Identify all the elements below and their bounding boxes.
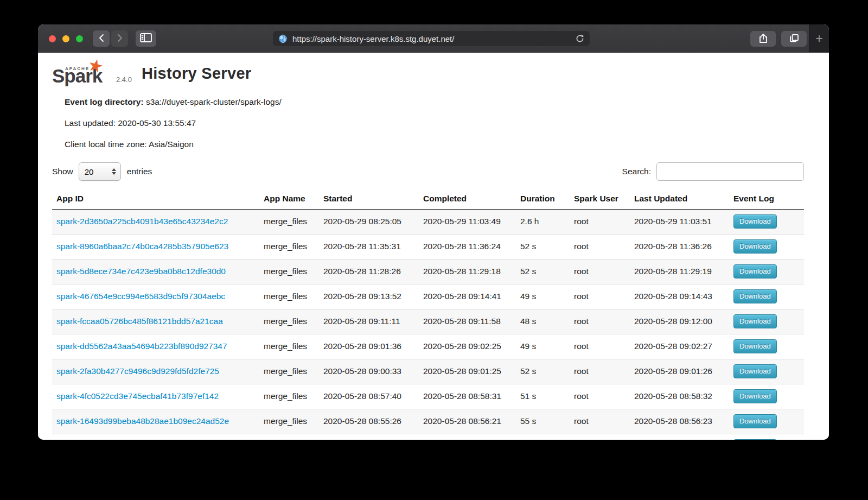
page-title: History Server	[142, 65, 251, 83]
sidebar-icon	[140, 33, 152, 44]
table-row: spark-fccaa05726bc485f86121bdd57a21caame…	[52, 309, 804, 334]
cell-last-updated: 2020-05-28 11:36:26	[630, 235, 729, 260]
app-id-link[interactable]: spark-16493d99beba48b28ae1b09ec24ad52e	[56, 416, 229, 426]
cell-app-name: merge_files	[259, 409, 319, 434]
entries-label: entries	[127, 167, 152, 176]
cell-last-updated: 2020-05-28 08:55:30	[630, 434, 729, 440]
window-controls	[49, 35, 83, 42]
cell-event-log: Download	[729, 409, 804, 434]
app-id-link[interactable]: spark-5d8ece734e7c423e9ba0b8c12dfe30d0	[56, 267, 226, 276]
browser-titlebar: https://spark-history-server.k8s.stg.duy…	[38, 24, 829, 53]
cell-spark-user: root	[570, 384, 630, 409]
cell-started: 2020-05-28 09:13:52	[319, 284, 419, 309]
cell-app-name: merge_files	[259, 334, 319, 359]
cell-started: 2020-05-28 11:35:31	[319, 235, 419, 260]
column-header-app-id[interactable]: App ID	[52, 190, 259, 210]
cell-started: 2020-05-28 09:00:33	[319, 359, 419, 384]
column-header-duration[interactable]: Duration	[516, 190, 570, 210]
download-button[interactable]: Download	[733, 439, 777, 440]
cell-duration: 1.3 min	[516, 434, 570, 440]
tabs-icon	[789, 34, 799, 45]
app-id-link[interactable]: spark-dd5562a43aa54694b223bf890d927347	[56, 341, 227, 351]
cell-app-id: spark-4fc0522cd3e745ecbaf41b73f97ef142	[52, 384, 259, 409]
search-input[interactable]	[656, 162, 804, 181]
cell-last-updated: 2020-05-28 09:02:27	[630, 334, 729, 359]
download-button[interactable]: Download	[733, 389, 777, 403]
minimize-window-button[interactable]	[62, 35, 69, 42]
table-row: spark-dd5562a43aa54694b223bf890d927347me…	[52, 334, 804, 359]
cell-completed: 2020-05-28 08:58:31	[419, 384, 516, 409]
download-button[interactable]: Download	[733, 414, 777, 428]
column-header-app-name[interactable]: App Name	[259, 190, 319, 210]
forward-button[interactable]	[111, 30, 128, 47]
cell-app-name: merge_files	[259, 235, 319, 260]
cell-duration: 2.6 h	[516, 210, 570, 235]
download-button[interactable]: Download	[733, 364, 777, 378]
cell-spark-user: root	[570, 260, 630, 284]
reload-icon[interactable]	[576, 34, 584, 43]
app-id-link[interactable]: spark-fccaa05726bc485f86121bdd57a21caa	[56, 317, 223, 326]
cell-app-id: spark-2d3650a225cb4091b43e65c43234e2c2	[52, 210, 259, 235]
cell-duration: 49 s	[516, 334, 570, 359]
column-header-last-updated[interactable]: Last Updated	[630, 190, 729, 210]
cell-duration: 49 s	[516, 284, 570, 309]
column-header-completed[interactable]: Completed	[419, 190, 516, 210]
cell-completed: 2020-05-28 09:14:41	[419, 284, 516, 309]
cell-app-name: merge_files	[259, 284, 319, 309]
column-header-event-log[interactable]: Event Log	[729, 190, 804, 210]
table-row: spark-2fa30b4277c9496c9d929fd5fd2fe725me…	[52, 359, 804, 384]
applications-table: App IDApp NameStartedCompletedDurationSp…	[52, 190, 804, 440]
app-id-link[interactable]: spark-8960a6baa2c74b0ca4285b357905e623	[56, 242, 228, 251]
cell-completed: 2020-05-28 09:11:58	[419, 309, 516, 334]
globe-site-icon	[278, 34, 288, 43]
download-button[interactable]: Download	[733, 314, 777, 328]
column-header-spark-user[interactable]: Spark User	[570, 190, 630, 210]
download-button[interactable]: Download	[733, 289, 777, 303]
table-row: spark-2d3650a225cb4091b43e65c43234e2c2me…	[52, 210, 804, 235]
cell-app-name: merge_files	[259, 210, 319, 235]
share-button[interactable]	[750, 31, 776, 47]
table-row: spark-5d8ece734e7c423e9ba0b8c12dfe30d0me…	[52, 260, 804, 284]
cell-completed: 2020-05-28 11:36:24	[419, 235, 516, 260]
download-button[interactable]: Download	[733, 239, 777, 254]
cell-started: 2020-05-28 08:55:26	[319, 409, 419, 434]
close-window-button[interactable]	[49, 35, 56, 42]
cell-spark-user: root	[570, 409, 630, 434]
zoom-window-button[interactable]	[76, 35, 83, 42]
download-button[interactable]: Download	[733, 214, 777, 229]
cell-last-updated: 2020-05-28 09:12:00	[630, 309, 729, 334]
url-text: https://spark-history-server.k8s.stg.duy…	[292, 34, 454, 43]
sidebar-toggle-button[interactable]	[136, 30, 156, 47]
cell-duration: 52 s	[516, 235, 570, 260]
app-id-link[interactable]: spark-4fc0522cd3e745ecbaf41b73f97ef142	[56, 391, 219, 401]
cell-duration: 52 s	[516, 359, 570, 384]
back-button[interactable]	[93, 30, 110, 47]
app-id-link[interactable]: spark-2d3650a225cb4091b43e65c43234e2c2	[56, 217, 228, 226]
cell-spark-user: root	[570, 309, 630, 334]
app-id-link[interactable]: spark-2fa30b4277c9496c9d929fd5fd2fe725	[56, 366, 219, 376]
cell-event-log: Download	[729, 284, 804, 309]
entries-select[interactable]: 20	[79, 162, 121, 181]
cell-event-log: Download	[729, 434, 804, 440]
table-row: spark-87301b89320f4a3fb671a904c4fad799me…	[52, 434, 804, 440]
tab-overview-button[interactable]	[781, 31, 807, 47]
spark-star-icon: ★	[86, 54, 106, 78]
search-label: Search:	[622, 167, 651, 176]
cell-spark-user: root	[570, 434, 630, 440]
cell-event-log: Download	[729, 210, 804, 235]
column-header-started[interactable]: Started	[319, 190, 419, 210]
download-button[interactable]: Download	[733, 339, 777, 353]
table-row: spark-8960a6baa2c74b0ca4285b357905e623me…	[52, 235, 804, 260]
event-log-directory-value: s3a://duyet-spark-cluster/spark-logs/	[146, 97, 282, 106]
download-button[interactable]: Download	[733, 264, 777, 279]
cell-spark-user: root	[570, 210, 630, 235]
address-bar[interactable]: https://spark-history-server.k8s.stg.duy…	[273, 31, 590, 46]
cell-completed: 2020-05-28 09:02:25	[419, 334, 516, 359]
new-tab-button[interactable]: +	[809, 24, 829, 53]
app-id-link[interactable]: spark-467654e9cc994e6583d9c5f97304aebc	[56, 292, 225, 301]
cell-last-updated: 2020-05-28 08:58:32	[630, 384, 729, 409]
cell-app-id: spark-87301b89320f4a3fb671a904c4fad799	[52, 434, 259, 440]
cell-started: 2020-05-28 08:54:10	[319, 434, 419, 440]
cell-spark-user: root	[570, 284, 630, 309]
cell-app-id: spark-5d8ece734e7c423e9ba0b8c12dfe30d0	[52, 260, 259, 284]
